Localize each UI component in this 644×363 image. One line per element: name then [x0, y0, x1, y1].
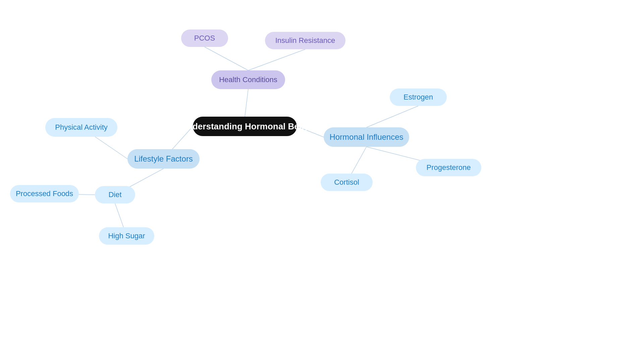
- hormonal-influences-node: Hormonal Influences: [324, 127, 409, 147]
- high-sugar-node: High Sugar: [99, 227, 154, 245]
- pcos-node: PCOS: [181, 29, 228, 47]
- svg-line-9: [367, 106, 419, 127]
- svg-line-0: [245, 89, 248, 117]
- diet-node: Diet: [95, 186, 135, 203]
- processed-foods-node: Processed Foods: [10, 185, 79, 202]
- cortisol-node: Cortisol: [321, 174, 373, 191]
- progesterone-node: Progesterone: [416, 159, 481, 176]
- insulin-resistance-node: Insulin Resistance: [265, 32, 345, 49]
- physical-activity-node: Physical Activity: [45, 118, 117, 137]
- center-node: Understanding Hormonal Belly: [193, 117, 297, 136]
- health-conditions-node: Health Conditions: [211, 70, 285, 89]
- estrogen-node: Estrogen: [390, 88, 447, 106]
- svg-line-1: [205, 47, 248, 70]
- lifestyle-factors-node: Lifestyle Factors: [127, 149, 200, 169]
- svg-line-2: [248, 49, 305, 70]
